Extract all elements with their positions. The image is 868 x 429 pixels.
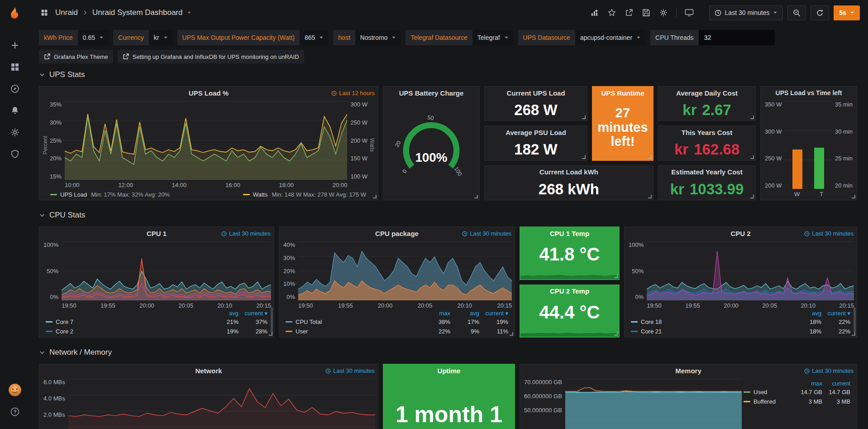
zoom-out-icon: [793, 9, 801, 17]
zoom-out-button[interactable]: [787, 5, 806, 20]
panel-average-daily-cost: Average Daily Cost kr2.67: [658, 86, 756, 121]
link-ups-monitoring-guide[interactable]: Setting up Grafana and InfluxDB for UPS …: [118, 50, 304, 63]
sidebar-item-explore[interactable]: [5, 80, 24, 98]
cpu-package-chart[interactable]: [298, 241, 512, 300]
dashboard-settings-button[interactable]: [657, 6, 670, 19]
panel-title-ups-load[interactable]: UPS Load %: [39, 87, 378, 99]
stat-prefix: kr: [682, 102, 696, 118]
variable-value-dropdown[interactable]: 0.65: [78, 30, 109, 45]
clock-icon: [325, 368, 331, 374]
ups-bars-chart[interactable]: [785, 101, 832, 189]
bar-labels: WT: [761, 189, 857, 199]
bar-T[interactable]: [814, 148, 824, 189]
grafana-logo[interactable]: [6, 5, 24, 24]
y-axis-ticks-left: 70.000000 GB60.000000 GB50.000000 GB: [523, 379, 565, 429]
panel-title[interactable]: Average PSU Load: [485, 126, 587, 139]
cpu1-legend: avgcurrent ▾Core 721%37%Core 219%28%: [39, 308, 274, 336]
refresh-interval-dropdown[interactable]: 5s: [834, 5, 860, 20]
panel-title-battery[interactable]: UPS Battery Charge: [383, 87, 479, 99]
cycle-view-button[interactable]: [683, 6, 696, 19]
legend-row-user[interactable]: User22%9%11%: [286, 327, 508, 336]
user-avatar[interactable]: [5, 381, 24, 399]
save-button[interactable]: [640, 6, 653, 19]
navbar-actions: Last 30 minutes 5s: [588, 5, 860, 20]
memory-chart[interactable]: [565, 379, 742, 429]
variable-value-dropdown[interactable]: apcupsd-container: [575, 30, 646, 45]
sidebar-item-create[interactable]: [5, 36, 24, 54]
row-header-network-memory[interactable]: Network / Memory: [39, 346, 863, 359]
row-title: Network / Memory: [49, 348, 112, 357]
breadcrumb-dashboard-title[interactable]: Unraid System Dashboard: [92, 8, 182, 17]
sidebar-item-server-admin[interactable]: [5, 145, 24, 163]
legend-row-core-2[interactable]: Core 219%28%: [46, 327, 267, 336]
variable-value-dropdown[interactable]: kr: [149, 30, 173, 45]
share-button[interactable]: [623, 6, 635, 19]
breadcrumb-folder[interactable]: Unraid: [55, 8, 78, 17]
panel-title-text: Estimated Yearly Cost: [671, 168, 742, 176]
legend-row-used[interactable]: Used14.7 GB14.7 GB: [744, 387, 850, 397]
legend-name: UPS Load: [60, 191, 87, 198]
legend-row-core-21[interactable]: Core 2118%22%: [631, 327, 850, 336]
sidebar-item-configuration[interactable]: [5, 123, 24, 141]
battery-gauge: 0 20 50 100 100%: [383, 99, 479, 200]
time-range-picker[interactable]: Last 30 minutes: [709, 5, 783, 20]
ups-load-chart[interactable]: [65, 101, 347, 180]
panel-title[interactable]: Current Load kWh: [485, 166, 653, 178]
variable-host: host Nostromo: [333, 30, 401, 45]
legend-row-buffered[interactable]: Buffered3 MB3 MB: [744, 397, 850, 406]
gear-icon: [659, 9, 668, 17]
legend-swatch: [50, 194, 57, 195]
sidebar-item-alerting[interactable]: [5, 101, 24, 120]
stat-value: kr1033.99: [658, 178, 755, 200]
legend-scrollbar[interactable]: [271, 307, 273, 333]
add-panel-button[interactable]: [588, 6, 601, 19]
legend-scrollbar[interactable]: [854, 307, 856, 333]
panel-title[interactable]: CPU 1 Temp: [520, 227, 619, 240]
panel-title[interactable]: Current UPS Load: [485, 87, 587, 99]
panel-title[interactable]: CPU 2 Temp: [520, 285, 619, 298]
panel-current-load-kwh: Current Load kWh 268 kWh: [484, 165, 653, 200]
legend-item-watts[interactable]: Watts Min: 148 W Max: 278 W Avg: 175 W: [243, 191, 366, 198]
y-axis-ticks-left: 6.0 MBs4.0 MBs2.0 MBs: [42, 379, 68, 429]
legend-row-core-7[interactable]: Core 721%37%: [46, 317, 267, 327]
panel-title[interactable]: Average Daily Cost: [658, 87, 755, 99]
row-header-ups-stats[interactable]: UPS Stats: [39, 68, 863, 82]
panel-ups-load-vs-time: UPS Load vs Time left 350 W300 W250 W200…: [760, 86, 857, 200]
panel-title-uptime[interactable]: Uptime: [383, 364, 515, 377]
stat-prefix: kr: [674, 141, 688, 158]
legend-swatch: [243, 194, 250, 195]
network-chart[interactable]: [68, 379, 375, 429]
legend-row-cpu-total[interactable]: CPU Total38%17%19%: [286, 317, 508, 327]
dashboard-canvas: UPS Stats UPS Load % Last 12 hours Perce…: [30, 63, 868, 429]
sidebar-item-help[interactable]: ?: [5, 403, 24, 421]
sidebar-item-dashboards[interactable]: [5, 58, 24, 76]
caret-down-icon: [636, 35, 641, 40]
panel-cpu1-graph: CPU 1 Last 30 minutes 100%50%0% 19:5019:…: [39, 227, 274, 337]
caret-down-icon[interactable]: [187, 10, 191, 15]
variable-value-dropdown[interactable]: 865: [300, 30, 329, 45]
legend-row-core-18[interactable]: Core 1818%22%: [631, 317, 850, 327]
link-grafana-plex-theme[interactable]: Grafana Plex Theme: [39, 50, 113, 63]
panel-title[interactable]: UPS Runtime: [592, 87, 653, 99]
panel-time-override: Last 30 minutes: [325, 367, 375, 374]
panel-title[interactable]: Estimated Yearly Cost: [658, 166, 755, 178]
legend-item-ups-load[interactable]: UPS Load Min: 17% Max: 32% Avg: 20%: [50, 191, 170, 198]
favorite-button[interactable]: [606, 6, 618, 19]
refresh-button[interactable]: [811, 5, 829, 20]
stat-value: kr162.68: [658, 139, 755, 160]
time-override-label: Last 30 minutes: [470, 230, 511, 237]
chevron-down-icon: [39, 349, 45, 356]
bar-W[interactable]: [792, 149, 802, 189]
breadcrumb: Unraid Unraid System Dashboard: [38, 6, 191, 19]
panel-title[interactable]: UPS Load vs Time left: [761, 87, 857, 99]
star-icon: [608, 9, 616, 17]
panel-title-text: Memory: [675, 367, 701, 375]
panel-title[interactable]: This Years Cost: [658, 126, 755, 139]
cpu-threads-input[interactable]: [699, 30, 775, 45]
row-header-cpu-stats[interactable]: CPU Stats: [39, 208, 863, 222]
cpu2-chart[interactable]: [647, 241, 854, 300]
variable-value-dropdown[interactable]: Nostromo: [355, 30, 401, 45]
variable-value-dropdown[interactable]: Telegraf: [472, 30, 514, 45]
cpu1-chart[interactable]: [62, 241, 271, 300]
panel-title-text: UPS Load vs Time left: [776, 89, 842, 96]
